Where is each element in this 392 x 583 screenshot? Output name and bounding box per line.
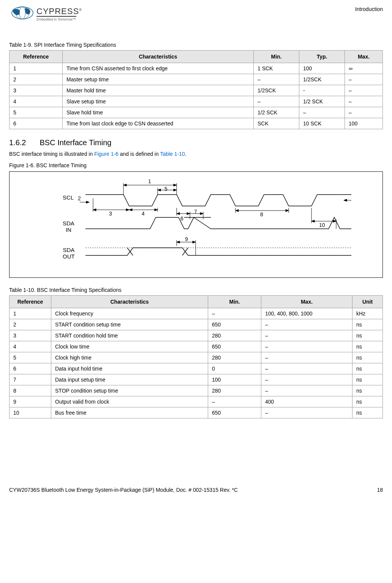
cell-char: Output valid from clock xyxy=(51,396,208,407)
cell-ref: 10 xyxy=(9,407,51,418)
cell-ref: 3 xyxy=(9,330,51,341)
svg-text:6: 6 xyxy=(180,215,183,222)
cell-typ: 1/2SCK xyxy=(299,74,345,85)
cell-unit: ns xyxy=(352,396,383,407)
cell-typ: – xyxy=(299,107,345,118)
svg-text:3: 3 xyxy=(109,211,112,217)
table-row: 3Master hold time1/2SCK-– xyxy=(9,85,383,96)
cell-ref: 2 xyxy=(9,319,51,330)
cell-max: – xyxy=(261,352,352,363)
page-footer: CYW20736S Bluetooth Low Energy System-in… xyxy=(9,487,383,493)
cell-ref: 8 xyxy=(9,385,51,396)
cell-min: 280 xyxy=(208,385,261,396)
logo-text-group: CYPRESS® Embedded in Tomorrow™ xyxy=(36,8,82,21)
cell-ref: 4 xyxy=(9,96,63,107)
sda-out-label: SDAOUT xyxy=(63,247,75,260)
table2-title: Table 1-10. BSC Interface Timing Specifi… xyxy=(9,287,383,293)
logo-underline xyxy=(36,16,76,17)
cell-char: Bus free time xyxy=(51,407,208,418)
cell-unit: ns xyxy=(352,341,383,352)
svg-text:7: 7 xyxy=(194,209,197,215)
cell-char: START condition hold time xyxy=(51,330,208,341)
cell-min: 650 xyxy=(208,319,261,330)
th-min: Min. xyxy=(208,296,261,308)
cell-ref: 6 xyxy=(9,363,51,374)
cell-ref: 7 xyxy=(9,374,51,385)
table-row: 6Data input hold time0–ns xyxy=(9,363,383,374)
th-unit: Unit xyxy=(352,296,383,308)
table-row: 5Slave hold time1/2 SCK–– xyxy=(9,107,383,118)
cell-max: – xyxy=(261,407,352,418)
cell-unit: ns xyxy=(352,319,383,330)
table-row: 7Data input setup time100–ns xyxy=(9,374,383,385)
cell-max: – xyxy=(345,107,383,118)
th-min: Min. xyxy=(254,51,299,63)
cell-typ: - xyxy=(299,85,345,96)
cell-char: Data input hold time xyxy=(51,363,208,374)
cell-char: START condition setup time xyxy=(51,319,208,330)
cell-min: 1/2 SCK xyxy=(254,107,299,118)
cell-min: 0 xyxy=(208,363,261,374)
th-max: Max. xyxy=(345,51,383,63)
figure-link[interactable]: Figure 1-6 xyxy=(94,151,119,157)
th-ref: Reference xyxy=(9,296,51,308)
cell-max: – xyxy=(261,319,352,330)
svg-marker-23 xyxy=(177,212,180,215)
svg-text:5: 5 xyxy=(164,186,168,192)
cell-ref: 9 xyxy=(9,396,51,407)
cell-typ: 10 SCK xyxy=(299,118,345,129)
svg-marker-10 xyxy=(174,189,177,191)
svg-marker-6 xyxy=(123,184,126,186)
cell-unit: ns xyxy=(352,352,383,363)
svg-text:10: 10 xyxy=(319,222,325,228)
table-row: 2Master setup time–1/2SCK– xyxy=(9,74,383,85)
logo-tagline: Embedded in Tomorrow™ xyxy=(36,17,82,21)
cell-char: Master hold time xyxy=(63,85,254,96)
table1-title: Table 1-9. SPI Interface Timing Specific… xyxy=(9,42,383,48)
table-row: 10Bus free time650–ns xyxy=(9,407,383,418)
cell-char: STOP condition setup time xyxy=(51,385,208,396)
logo-wordmark: CYPRESS® xyxy=(36,8,82,15)
cell-unit: ns xyxy=(352,363,383,374)
cell-unit: ns xyxy=(352,374,383,385)
svg-text:8: 8 xyxy=(260,211,263,217)
cell-min: 100 xyxy=(208,374,261,385)
th-char: Characteristics xyxy=(63,51,254,63)
cell-min: 650 xyxy=(208,341,261,352)
svg-marker-13 xyxy=(86,201,89,203)
svg-marker-24 xyxy=(187,212,190,215)
cypress-globe-icon xyxy=(9,6,36,23)
svg-marker-15 xyxy=(93,209,96,211)
cell-min: 1 SCK xyxy=(254,63,299,74)
header-section-label: Introduction xyxy=(355,6,383,12)
section-body: BSC interface timing is illustrated in F… xyxy=(9,151,383,157)
bsc-timing-table: Reference Characteristics Min. Max. Unit… xyxy=(9,295,383,418)
table-row: 1Time from CSN asserted to first clock e… xyxy=(9,63,383,74)
cell-min: 280 xyxy=(208,330,261,341)
cell-ref: 5 xyxy=(9,107,63,118)
table-row: 2START condition setup time650–ns xyxy=(9,319,383,330)
cell-min: 1/2SCK xyxy=(254,85,299,96)
svg-marker-7 xyxy=(174,184,177,186)
svg-text:9: 9 xyxy=(185,236,188,242)
cell-unit: ns xyxy=(352,385,383,396)
svg-marker-44 xyxy=(193,241,196,243)
table-row: 8STOP condition setup time280–ns xyxy=(9,385,383,396)
svg-marker-36 xyxy=(311,220,315,222)
table-header-row: Reference Characteristics Min. Typ. Max. xyxy=(9,51,383,63)
cell-unit: kHz xyxy=(352,308,383,319)
cell-char: Clock frequency xyxy=(51,308,208,319)
svg-text:1: 1 xyxy=(148,178,151,184)
cell-max: – xyxy=(261,330,352,341)
page-header: CYPRESS® Embedded in Tomorrow™ Introduct… xyxy=(9,6,383,23)
cell-max: 100, 400, 800, 1000 xyxy=(261,308,352,319)
table-row: 5Clock high time280–ns xyxy=(9,352,383,363)
cell-min: 280 xyxy=(208,352,261,363)
cell-min: – xyxy=(254,96,299,107)
svg-marker-32 xyxy=(286,209,289,212)
cell-min: – xyxy=(254,74,299,85)
table-link[interactable]: Table 1-10 xyxy=(160,151,185,157)
cell-ref: 6 xyxy=(9,118,63,129)
cell-min: – xyxy=(208,396,261,407)
th-max: Max. xyxy=(261,296,352,308)
